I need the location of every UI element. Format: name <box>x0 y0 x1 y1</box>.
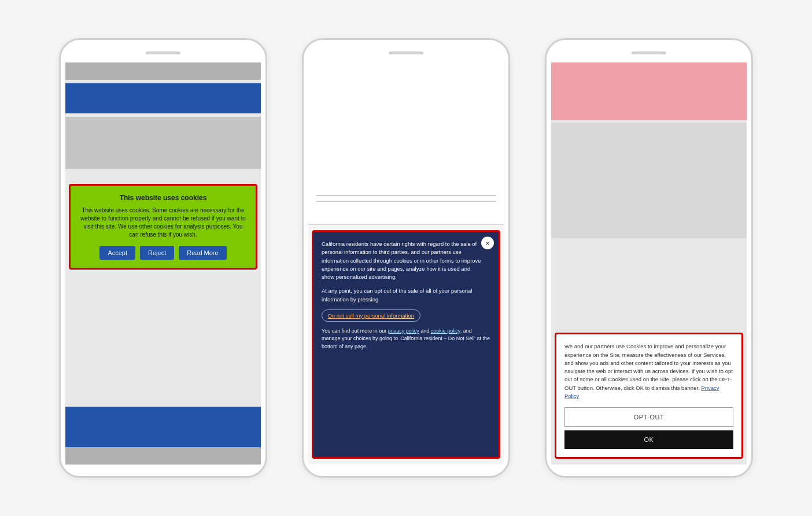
privacy-policy-link[interactable]: privacy policy <box>388 328 419 334</box>
phone2-line-2 <box>316 201 496 202</box>
accept-button[interactable]: Accept <box>99 246 135 260</box>
do-not-sell-text-prefix: Do not sell my personal <box>328 312 387 319</box>
opt-out-button[interactable]: OPT-OUT <box>564 407 733 427</box>
cookie-banner-3-text: We and our partners use Cookies to impro… <box>564 342 733 400</box>
phone2-lower-area: × California residents have certain righ… <box>308 224 504 465</box>
cookie-policy-link[interactable]: cookie policy <box>431 328 460 334</box>
cookie-banner-green: This website uses cookies This website u… <box>69 184 257 270</box>
phone-3: We and our partners use Cookies to impro… <box>545 38 753 478</box>
cookie-banner-white: We and our partners use Cookies to impro… <box>555 333 743 459</box>
reject-button[interactable]: Reject <box>140 246 174 260</box>
cookie-banner-navy: × California residents have certain righ… <box>312 230 500 459</box>
phone1-content-area: This website uses cookies This website u… <box>65 172 261 407</box>
phone2-lines <box>308 190 504 207</box>
cookie-banner-1-buttons: Accept Reject Read More <box>79 246 248 260</box>
cb2-para3-and: and <box>419 328 431 334</box>
phone1-gray-bar-top <box>65 62 261 80</box>
cookie-banner-2-para2: At any point, you can opt out of the sal… <box>322 287 490 304</box>
cookie-banner-1-text: This website uses cookies. Some cookies … <box>79 207 248 239</box>
phone-1-screen: This website uses cookies This website u… <box>65 62 261 465</box>
phone-1: This website uses cookies This website u… <box>59 38 267 478</box>
phone-2-screen: × California residents have certain righ… <box>308 62 504 465</box>
cb3-main-text: We and our partners use Cookies to impro… <box>564 343 733 390</box>
close-button[interactable]: × <box>481 237 494 249</box>
phone2-white-area <box>308 62 504 224</box>
phone1-blue-bar-bottom <box>65 407 261 447</box>
phone-2-content: × California residents have certain righ… <box>308 62 504 465</box>
cb2-para3-text: You can find out more in our <box>322 328 388 334</box>
phone1-blue-bar-top <box>65 83 261 113</box>
phone1-gray-block <box>65 117 261 169</box>
ok-button[interactable]: OK <box>564 430 733 449</box>
phone-3-content: We and our partners use Cookies to impro… <box>551 62 747 465</box>
phone-3-screen: We and our partners use Cookies to impro… <box>551 62 747 465</box>
phone-1-content: This website uses cookies This website u… <box>65 62 261 465</box>
do-not-sell-button[interactable]: Do not sell my personal information <box>322 309 420 322</box>
cookie-banner-1-title: This website uses cookies <box>79 194 248 202</box>
phone3-pink-block <box>551 62 747 120</box>
phone1-gray-bottom <box>65 447 261 465</box>
phone-2: × California residents have certain righ… <box>302 38 510 478</box>
read-more-button[interactable]: Read More <box>179 246 226 260</box>
phone3-gray-block <box>551 123 747 238</box>
do-not-sell-text-highlight: information <box>387 312 414 319</box>
cookie-banner-2-para3: You can find out more in our privacy pol… <box>322 327 490 351</box>
cookie-banner-2-para1: California residents have certain rights… <box>322 240 490 281</box>
phone2-line-1 <box>316 195 496 196</box>
